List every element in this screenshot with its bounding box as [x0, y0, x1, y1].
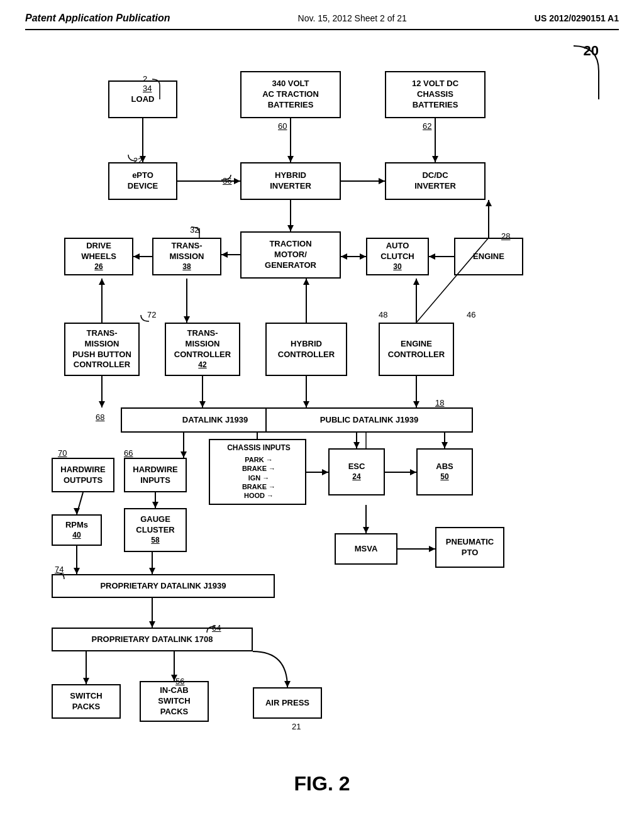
svg-marker-68	[363, 527, 369, 533]
box-prop-datalink: PROPRIETARY DATALINK J1939	[52, 574, 275, 598]
box-ac-batteries: 340 VOLTAC TRACTIONBATTERIES	[240, 71, 341, 118]
box-dcdc-inverter: DC/DCINVERTER	[385, 162, 486, 200]
box-datalink-public: PUBLIC DATALINK J1939	[265, 407, 473, 433]
page: Patent Application Publication Nov. 15, …	[0, 0, 644, 830]
box-gauge-cluster: GAUGECLUSTER 58	[124, 508, 187, 552]
box-switch-packs: SWITCHPACKS	[52, 684, 121, 719]
ref-18: 18	[435, 398, 444, 407]
svg-marker-63	[83, 678, 89, 684]
svg-marker-38	[303, 401, 309, 407]
box-pneumatic-pto: PNEUMATICPTO	[435, 527, 504, 568]
svg-marker-14	[221, 252, 228, 258]
box-engine-ctrl: ENGINECONTROLLER	[379, 323, 454, 376]
svg-marker-12	[287, 225, 294, 231]
ref-62: 62	[423, 121, 431, 131]
box-transmission: TRANS-MISSION 38	[152, 238, 221, 275]
ref-72: 72	[147, 310, 156, 319]
box-engine: ENGINE	[454, 238, 523, 275]
ref-22: 22	[133, 156, 142, 165]
ref-68: 68	[96, 412, 104, 422]
svg-marker-49	[353, 442, 360, 448]
ref-36: 36	[223, 176, 231, 185]
svg-marker-59	[74, 568, 80, 574]
svg-marker-19	[360, 253, 366, 260]
box-dc-batteries: 12 VOLT DCCHASSISBATTERIES	[385, 71, 486, 118]
ref-46: 46	[467, 310, 475, 319]
ref-32: 32	[190, 225, 199, 235]
svg-marker-1	[287, 156, 294, 162]
svg-marker-61	[149, 621, 155, 628]
svg-marker-18	[341, 253, 347, 260]
box-esc: ESC 24	[328, 448, 385, 495]
box-hardwire-out: HARDWIREOUTPUTS	[52, 458, 114, 492]
svg-marker-21	[429, 253, 435, 260]
ref-64: 64	[212, 623, 221, 633]
svg-marker-51	[441, 442, 448, 448]
svg-marker-71	[429, 546, 435, 552]
ref-48: 48	[379, 310, 387, 319]
box-trans-push: TRANS-MISSIONPUSH BUTTONCONTROLLER	[64, 323, 140, 376]
svg-marker-3	[432, 156, 438, 162]
svg-marker-66	[284, 681, 291, 687]
box-abs: ABS 50	[416, 448, 473, 495]
box-epto: ePTODEVICE	[108, 162, 177, 200]
svg-marker-16	[133, 253, 140, 260]
svg-marker-55	[410, 469, 416, 475]
ref-74: 74	[55, 565, 64, 574]
box-drive-wheels: DRIVEWHEELS 26	[64, 238, 133, 275]
svg-marker-53	[322, 469, 328, 475]
header-patent-num: US 2012/0290151 A1	[535, 13, 619, 23]
box-rpms: RPMs 40	[52, 514, 102, 546]
box-chassis-inputs: CHASSIS INPUTS PARK → BRAKE → IGN → BRAK…	[209, 439, 306, 505]
ref-28: 28	[501, 231, 510, 241]
header-date-sheet: Nov. 15, 2012 Sheet 2 of 21	[298, 13, 407, 23]
svg-marker-40	[413, 401, 419, 407]
box-auto-clutch: AUTOCLUTCH 30	[366, 238, 429, 275]
box-air-press: AIR PRESS	[253, 687, 322, 719]
figure-label: FIG. 2	[25, 772, 619, 795]
header: Patent Application Publication Nov. 15, …	[25, 13, 619, 30]
box-trans-ctrl: TRANS-MISSIONCONTROLLER 42	[165, 323, 240, 376]
box-hardwire-in: HARDWIREINPUTS	[124, 458, 187, 492]
ref-66: 66	[124, 448, 133, 458]
ref-20: 20	[584, 43, 599, 59]
ref-56: 56	[175, 677, 184, 686]
svg-marker-44	[74, 508, 80, 514]
svg-marker-7	[234, 178, 240, 184]
ref-60: 60	[278, 121, 287, 131]
box-hybrid-inverter: HYBRIDINVERTER	[240, 162, 341, 200]
header-publication: Patent Application Publication	[25, 13, 170, 24]
svg-marker-34	[99, 401, 105, 407]
svg-marker-36	[199, 401, 206, 407]
box-prop-datalink-1708: PROPRIETARY DATALINK 1708	[52, 628, 253, 651]
svg-marker-27	[99, 279, 105, 285]
box-traction-motor: TRACTIONMOTOR/GENERATOR	[240, 231, 341, 279]
svg-marker-23	[486, 200, 492, 206]
svg-marker-46	[152, 502, 158, 508]
ref-load: 234	[143, 74, 152, 93]
svg-marker-9	[379, 178, 385, 184]
svg-marker-32	[413, 279, 419, 285]
diagram-area: 20 LOAD 234 340 VOLTAC TRACTIONBATTERIES…	[26, 36, 618, 766]
ref-70: 70	[58, 448, 67, 458]
box-hybrid-ctrl: HYBRIDCONTROLLER	[265, 323, 347, 376]
box-incab-switch: IN-CABSWITCHPACKS	[140, 681, 209, 722]
box-msva: MSVA	[335, 533, 397, 565]
svg-marker-29	[303, 279, 309, 285]
svg-line-43	[77, 492, 83, 514]
diagram-svg	[26, 36, 618, 766]
svg-marker-25	[184, 316, 190, 323]
svg-marker-42	[180, 451, 187, 458]
svg-marker-57	[149, 568, 155, 574]
ref-21: 21	[292, 722, 301, 731]
